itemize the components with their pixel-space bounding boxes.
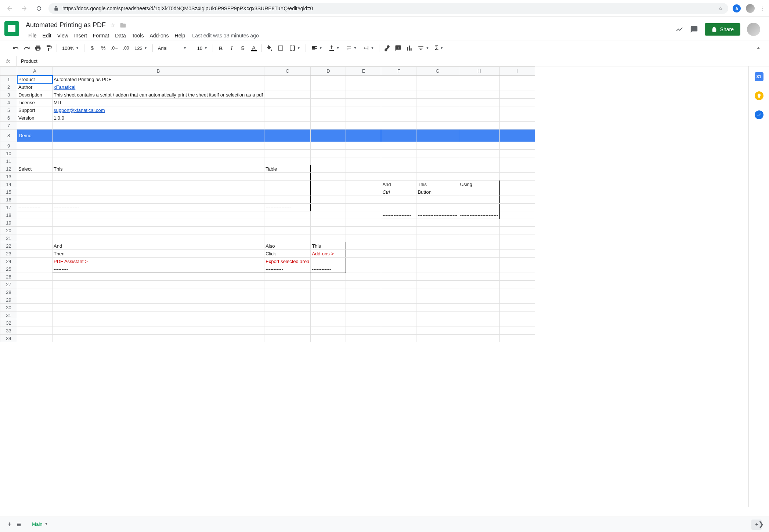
column-header[interactable]: G (416, 67, 459, 76)
cell-B33[interactable] (53, 327, 264, 335)
cell-B23[interactable]: Then (53, 250, 264, 258)
cell-D4[interactable] (311, 99, 346, 106)
address-bar[interactable]: https://docs.google.com/spreadsheets/d/1… (48, 3, 728, 14)
text-color-button[interactable]: A (249, 43, 259, 53)
cell-D13[interactable] (311, 173, 346, 181)
menu-edit[interactable]: Edit (40, 31, 54, 40)
cell-B31[interactable] (53, 311, 264, 319)
font-size-select[interactable]: 10▼ (195, 45, 210, 51)
cell-F24[interactable] (381, 258, 416, 265)
cell-G33[interactable] (416, 327, 459, 335)
cell-H14[interactable]: Using (459, 181, 499, 188)
cell-E26[interactable] (346, 273, 381, 281)
cell-D16[interactable] (311, 196, 346, 204)
row-header[interactable]: 21 (0, 234, 17, 242)
cell-C19[interactable] (264, 219, 311, 227)
cell-F34[interactable] (381, 335, 416, 342)
cell-F10[interactable] (381, 150, 416, 157)
insert-chart-button[interactable] (404, 43, 414, 53)
cell-A21[interactable] (17, 234, 53, 242)
row-header[interactable]: 5 (0, 106, 17, 114)
cell-I22[interactable] (499, 242, 535, 250)
cell-G32[interactable] (416, 319, 459, 327)
cell-I17[interactable] (499, 204, 535, 211)
cell-F8[interactable] (381, 130, 416, 142)
menu-insert[interactable]: Insert (72, 31, 90, 40)
row-header[interactable]: 7 (0, 122, 17, 130)
cell-I30[interactable] (499, 304, 535, 311)
cell-G24[interactable] (416, 258, 459, 265)
cell-E11[interactable] (346, 157, 381, 165)
cell-B28[interactable] (53, 288, 264, 296)
cell-E33[interactable] (346, 327, 381, 335)
cell-D23[interactable]: Add-ons > (311, 250, 346, 258)
strikethrough-button[interactable]: S (238, 43, 248, 53)
share-button[interactable]: Share (705, 23, 740, 36)
cell-I27[interactable] (499, 281, 535, 288)
keep-side-icon[interactable] (755, 91, 763, 100)
cell-E25[interactable] (346, 265, 381, 273)
spreadsheet-grid[interactable]: ABCDEFGHI1ProductAutomated Printing as P… (0, 66, 748, 507)
cell-E2[interactable] (346, 83, 381, 91)
cell-B16[interactable] (53, 196, 264, 204)
cell-I3[interactable] (499, 91, 535, 99)
row-header[interactable]: 15 (0, 188, 17, 196)
cell-H6[interactable] (459, 114, 499, 122)
cell-I10[interactable] (499, 150, 535, 157)
cell-F26[interactable] (381, 273, 416, 281)
cell-G19[interactable] (416, 219, 459, 227)
column-header[interactable]: E (346, 67, 381, 76)
cell-I6[interactable] (499, 114, 535, 122)
star-icon[interactable]: ☆ (718, 6, 723, 11)
calendar-side-icon[interactable]: 31 (755, 72, 763, 81)
cell-A5[interactable]: Support (17, 106, 53, 114)
redo-button[interactable] (22, 43, 32, 53)
cell-E17[interactable] (346, 204, 381, 211)
cell-E10[interactable] (346, 150, 381, 157)
cell-A30[interactable] (17, 304, 53, 311)
cell-D14[interactable] (311, 181, 346, 188)
row-header[interactable]: 16 (0, 196, 17, 204)
cell-C26[interactable] (264, 273, 311, 281)
cell-H32[interactable] (459, 319, 499, 327)
cell-G14[interactable]: This (416, 181, 459, 188)
row-header[interactable]: 33 (0, 327, 17, 335)
collapse-toolbar-button[interactable] (754, 43, 763, 53)
cell-I31[interactable] (499, 311, 535, 319)
cell-A29[interactable] (17, 296, 53, 304)
italic-button[interactable]: I (227, 43, 237, 53)
cell-H13[interactable] (459, 173, 499, 181)
extension-icon[interactable]: a (733, 4, 741, 12)
bold-button[interactable]: B (216, 43, 225, 53)
menu-view[interactable]: View (55, 31, 71, 40)
cell-C1[interactable] (264, 76, 311, 83)
formula-input[interactable]: Product (17, 58, 37, 64)
print-button[interactable] (33, 43, 43, 53)
cell-A17[interactable]: -------------- (17, 204, 53, 211)
cell-C29[interactable] (264, 296, 311, 304)
cell-H34[interactable] (459, 335, 499, 342)
cell-D34[interactable] (311, 335, 346, 342)
cell-D1[interactable] (311, 76, 346, 83)
cell-A16[interactable] (17, 196, 53, 204)
tasks-side-icon[interactable] (755, 110, 763, 119)
cell-E14[interactable] (346, 181, 381, 188)
cell-F22[interactable] (381, 242, 416, 250)
cell-I12[interactable] (499, 165, 535, 173)
cell-H20[interactable] (459, 227, 499, 234)
cell-G10[interactable] (416, 150, 459, 157)
cell-I28[interactable] (499, 288, 535, 296)
cell-A2[interactable]: Author (17, 83, 53, 91)
row-header[interactable]: 1 (0, 76, 17, 83)
row-header[interactable]: 22 (0, 242, 17, 250)
cell-G9[interactable] (416, 142, 459, 150)
cell-H9[interactable] (459, 142, 499, 150)
cell-E6[interactable] (346, 114, 381, 122)
cell-G30[interactable] (416, 304, 459, 311)
cell-H25[interactable] (459, 265, 499, 273)
cell-A23[interactable] (17, 250, 53, 258)
format-currency-button[interactable]: $ (87, 43, 97, 53)
cell-G25[interactable] (416, 265, 459, 273)
cell-E13[interactable] (346, 173, 381, 181)
cell-I18[interactable] (499, 211, 535, 219)
